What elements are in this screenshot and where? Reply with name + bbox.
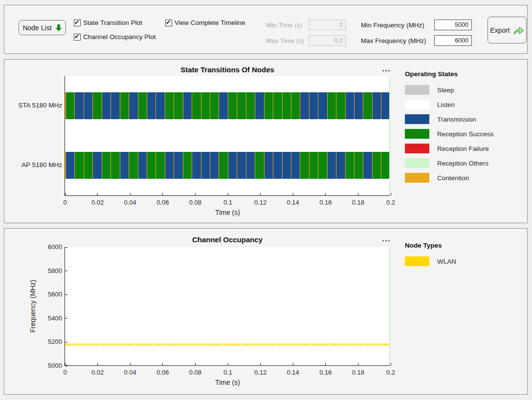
- x-tick-mark: [391, 193, 391, 195]
- state-segment: [300, 92, 309, 119]
- state-segment: [318, 92, 327, 119]
- legend-item: Reception Success: [405, 126, 494, 141]
- x-tick-label: 0.18: [347, 199, 369, 206]
- x-tick-label: 0.2: [380, 369, 401, 376]
- x-tick-mark: [162, 193, 163, 195]
- legend-label: Listen: [437, 101, 455, 108]
- state-segment: [255, 152, 264, 179]
- state-segment: [210, 152, 219, 179]
- state-segment: [75, 92, 83, 119]
- state-segment: [355, 152, 363, 179]
- state-chart-options-menu-button[interactable]: ⋯: [379, 66, 394, 76]
- legend-item: Contention: [405, 170, 494, 185]
- state-segment: [93, 92, 101, 119]
- occupancy-chart-title: Channel Occupancy: [65, 235, 390, 244]
- x-tick-mark: [260, 363, 261, 365]
- channel-occupancy-panel: Channel Occupancy ⋯ Frequency (MHz) 5000…: [4, 228, 528, 395]
- state-segment: [66, 152, 74, 179]
- min-time-input: [309, 20, 346, 30]
- legend-items: SleepListenTransmissionReception Success…: [405, 83, 494, 185]
- occupancy-chart-options-menu-button[interactable]: ⋯: [379, 236, 394, 246]
- x-axis-label: Time (s): [65, 209, 390, 216]
- state-segment: [228, 152, 237, 179]
- x-tick-mark: [325, 193, 326, 195]
- state-segment: [120, 92, 129, 119]
- state-segment: [183, 92, 192, 119]
- occupancy-chart-plot-area: Frequency (MHz) 500052005400560058006000…: [65, 247, 390, 366]
- max-time-label: Max Time (s): [266, 37, 304, 44]
- x-tick-label: 0.04: [119, 199, 141, 206]
- state-chart-title: State Transitions Of Nodes: [65, 65, 390, 74]
- x-tick-mark: [130, 193, 131, 195]
- y-tick-mark: [65, 271, 67, 271]
- legend-swatch: [405, 158, 429, 168]
- state-segment: [84, 92, 92, 119]
- node-list-label: Node List: [22, 24, 51, 32]
- x-tick-label: 0.18: [347, 369, 369, 376]
- state-segment: [201, 152, 210, 179]
- max-frequency-input[interactable]: [434, 35, 472, 46]
- state-segment: [165, 92, 174, 119]
- state-segment: [75, 152, 83, 179]
- state-segment: [147, 92, 155, 119]
- x-tick-label: 0.08: [184, 369, 206, 376]
- x-tick-mark: [65, 363, 66, 365]
- state-segment: [228, 92, 237, 119]
- state-segment: [336, 92, 345, 119]
- x-tick-mark: [358, 193, 358, 195]
- timeline-end-marker: [389, 76, 390, 195]
- x-tick-label: 0.02: [87, 199, 109, 206]
- state-segment: [373, 152, 381, 179]
- state-segment: [147, 152, 155, 179]
- min-frequency-input[interactable]: [434, 20, 472, 30]
- checkbox-view-complete-timeline[interactable]: View Complete Timeline: [165, 19, 245, 26]
- state-segment: [283, 92, 291, 119]
- state-segment: [265, 92, 273, 119]
- y-tick-label: 5200: [40, 338, 62, 345]
- state-segment: [363, 92, 372, 119]
- checkbox-channel-occupancy-plot[interactable]: Channel Occupancy Plot: [74, 33, 156, 41]
- legend-items: WLAN: [405, 254, 456, 269]
- state-segment: [111, 92, 119, 119]
- state-segment: [156, 152, 164, 179]
- legend-item: Sleep: [405, 83, 494, 97]
- x-tick-mark: [65, 193, 66, 195]
- export-button[interactable]: Export: [488, 17, 527, 43]
- state-segment: [120, 152, 129, 179]
- y-tick-label: 5400: [40, 315, 62, 322]
- state-segment: [66, 92, 74, 119]
- legend-item: Listen: [405, 97, 494, 112]
- checkbox-icon: [165, 20, 172, 26]
- state-segment: [328, 92, 336, 119]
- state-segment: [165, 152, 174, 179]
- x-tick-mark: [228, 193, 228, 195]
- y-tick-mark: [65, 366, 67, 366]
- legend-label: Transmission: [437, 116, 476, 123]
- state-segment: [255, 92, 264, 119]
- state-segment: [156, 92, 164, 119]
- y-tick-mark: [65, 295, 67, 295]
- legend-label: Contention: [437, 174, 469, 182]
- checkbox-icon: [74, 34, 81, 41]
- state-chart-legend: Operating States SleepListenTransmission…: [405, 70, 494, 185]
- x-tick-mark: [260, 193, 261, 195]
- node-list-button[interactable]: Node List: [19, 20, 66, 35]
- legend-item: Reception Others: [405, 156, 494, 170]
- state-segment: [111, 152, 119, 179]
- x-tick-mark: [391, 363, 391, 365]
- state-segment: [310, 92, 318, 119]
- state-segment: [102, 92, 111, 119]
- legend-item: Reception Failure: [405, 141, 494, 156]
- max-time-input: [309, 35, 346, 46]
- wlan-occupancy-band: [65, 343, 390, 346]
- x-tick-mark: [195, 193, 196, 195]
- x-tick-label: 0.08: [184, 199, 206, 206]
- checkbox-state-transition-plot[interactable]: State Transition Plot: [74, 19, 142, 26]
- state-segment: [346, 152, 354, 179]
- state-segment: [174, 92, 182, 119]
- state-segment: [93, 152, 101, 179]
- state-segment: [102, 152, 111, 179]
- x-tick-label: 0.1: [217, 369, 239, 376]
- state-segment: [237, 92, 245, 119]
- legend-label: Reception Failure: [437, 145, 489, 152]
